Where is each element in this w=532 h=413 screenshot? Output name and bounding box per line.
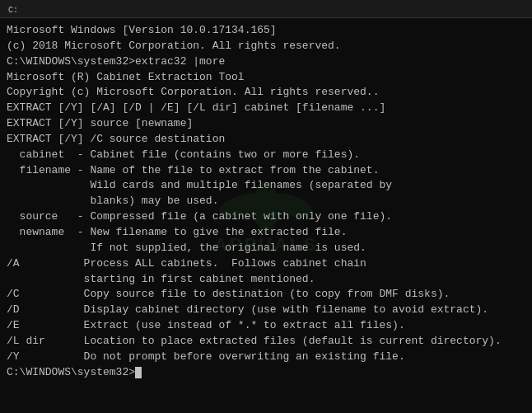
terminal-line: EXTRACT [/Y] [/A] [/D | /E] [/L dir] cab… xyxy=(7,101,525,116)
terminal-output: Microsoft Windows [Version 10.0.17134.16… xyxy=(7,23,525,380)
terminal-line: /A Process ALL cabinets. Follows cabinet… xyxy=(7,256,525,272)
terminal-line: (c) 2018 Microsoft Corporation. All righ… xyxy=(7,39,525,54)
terminal-line: newname - New filename to give the extra… xyxy=(7,225,525,241)
terminal-line: /D Display cabinet directory (use with f… xyxy=(7,303,525,318)
terminal-line: Microsoft Windows [Version 10.0.17134.16… xyxy=(7,23,525,39)
terminal-line: /E Extract (use instead of *.* to extrac… xyxy=(7,318,525,334)
terminal-line: /C Copy source file to destination (to c… xyxy=(7,287,525,303)
terminal-line: Wild cards and multiple filenames (separ… xyxy=(7,178,525,194)
terminal-line: C:\WINDOWS\system32> xyxy=(7,365,525,381)
terminal-line: Copyright (c) Microsoft Corporation. All… xyxy=(7,85,525,101)
terminal-line: EXTRACT [/Y] /C source destination xyxy=(7,132,525,148)
terminal-line: blanks) may be used. xyxy=(7,194,525,209)
cursor xyxy=(135,367,142,378)
cmd-icon: C: xyxy=(7,2,20,16)
terminal-line: EXTRACT [/Y] source [newname] xyxy=(7,116,525,132)
terminal: APPUALS Microsoft Windows [Version 10.0.… xyxy=(0,18,532,413)
terminal-line: cabinet - Cabinet file (contains two or … xyxy=(7,148,525,163)
terminal-line: /Y Do not prompt before overwriting an e… xyxy=(7,350,525,365)
terminal-line: /L dir Location to place extracted files… xyxy=(7,334,525,350)
terminal-line: filename - Name of the file to extract f… xyxy=(7,163,525,179)
terminal-line: starting in first cabinet mentioned. xyxy=(7,272,525,288)
terminal-line: If not supplied, the original name is us… xyxy=(7,241,525,256)
terminal-line: Microsoft (R) Cabinet Extraction Tool xyxy=(7,70,525,86)
terminal-line: C:\WINDOWS\system32>extrac32 |more xyxy=(7,54,525,70)
terminal-line: source - Compressed file (a cabinet with… xyxy=(7,209,525,225)
title-bar: C: xyxy=(0,0,532,18)
svg-text:C:: C: xyxy=(8,6,18,15)
